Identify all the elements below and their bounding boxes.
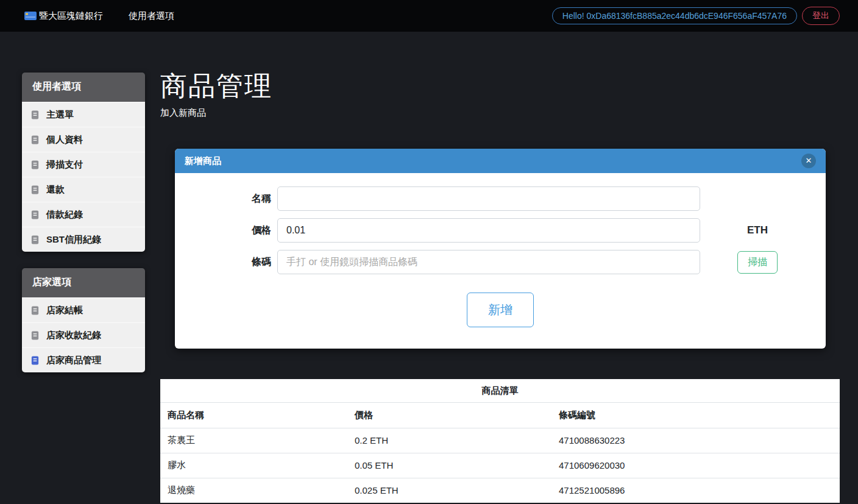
brand-link[interactable]: 暨大區塊鏈銀行 <box>24 10 103 22</box>
price-unit-label: ETH <box>747 224 768 236</box>
column-header-product-name: 商品名稱 <box>160 403 347 428</box>
cell-product-name: 茶裏王 <box>160 428 347 453</box>
ledger-icon <box>30 135 40 144</box>
table-row: 茶裏王 0.2 ETH 4710088630223 <box>160 428 840 453</box>
ledger-icon <box>30 235 40 244</box>
sidebar-item-label: 掃描支付 <box>46 159 83 171</box>
scan-button[interactable]: 掃描 <box>737 251 778 274</box>
column-header-barcode: 條碼編號 <box>551 403 840 428</box>
sidebar-item-store-product-management[interactable]: 店家商品管理 <box>22 347 145 372</box>
cell-barcode: 4710609620030 <box>551 453 840 478</box>
sidebar-item-label: 主選單 <box>46 109 74 121</box>
sidebar-item-label: 店家結帳 <box>46 305 83 316</box>
product-list-caption: 商品清單 <box>160 379 840 403</box>
name-field-row: 名稱 <box>175 186 826 211</box>
sidebar-section-store: 店家選項 店家結帳 店家收款紀錄 店家商品管理 <box>22 268 145 372</box>
add-product-card-title: 新增商品 <box>185 155 221 167</box>
name-input[interactable] <box>277 186 700 211</box>
table-row: 退燒藥 0.025 ETH 4712521005896 <box>160 478 840 503</box>
table-header-row: 商品名稱 價格 條碼編號 <box>160 403 840 428</box>
sidebar-item-label: 店家商品管理 <box>46 355 101 366</box>
logout-button[interactable]: 登出 <box>802 7 840 25</box>
top-navbar: 暨大區塊鏈銀行 使用者選項 Hello! 0xDa68136fcB885a2ec… <box>0 0 858 32</box>
nav-item-user-options[interactable]: 使用者選項 <box>129 10 174 22</box>
ledger-icon <box>30 210 40 219</box>
sidebar-item-label: 店家收款紀錄 <box>46 330 101 341</box>
cell-barcode: 4710088630223 <box>551 428 840 453</box>
ledger-icon <box>30 306 40 315</box>
cell-product-name: 退燒藥 <box>160 478 347 503</box>
barcode-label: 條碼 <box>175 256 277 269</box>
sidebar-item-store-checkout[interactable]: 店家結帳 <box>22 297 145 322</box>
add-product-card: 新增商品 ✕ 名稱 價格 ETH 條碼 掃描 新增 <box>175 149 826 349</box>
add-product-card-header: 新增商品 ✕ <box>175 149 826 173</box>
cell-product-name: 膠水 <box>160 453 347 478</box>
sidebar-section-title: 店家選項 <box>22 268 145 297</box>
ledger-icon <box>30 110 40 119</box>
sidebar: 使用者選項 主選單 個人資料 掃描支付 還款 借款紀錄 SBT信用紀錄 店家選項 <box>22 73 145 389</box>
sidebar-item-main-menu[interactable]: 主選單 <box>22 102 145 127</box>
page-title: 商品管理 <box>160 68 272 104</box>
ledger-icon <box>30 160 40 169</box>
barcode-input[interactable] <box>277 250 700 274</box>
cell-price: 0.025 ETH <box>347 478 551 503</box>
sidebar-item-label: SBT信用紀錄 <box>46 234 101 246</box>
sidebar-section-user: 使用者選項 主選單 個人資料 掃描支付 還款 借款紀錄 SBT信用紀錄 <box>22 73 145 252</box>
sidebar-item-label: 還款 <box>46 184 65 196</box>
name-label: 名稱 <box>175 193 277 205</box>
cell-price: 0.05 ETH <box>347 453 551 478</box>
sidebar-item-profile[interactable]: 個人資料 <box>22 127 145 152</box>
table-row: 膠水 0.05 ETH 4710609620030 <box>160 453 840 478</box>
barcode-field-row: 條碼 掃描 <box>175 250 826 274</box>
navbar-right: Hello! 0xDa68136fcB885a2ec44db6dcE946F65… <box>552 7 840 25</box>
ledger-icon <box>30 185 40 194</box>
sidebar-item-scan-pay[interactable]: 掃描支付 <box>22 152 145 177</box>
sidebar-section-title: 使用者選項 <box>22 73 145 102</box>
sidebar-item-loan-records[interactable]: 借款紀錄 <box>22 202 145 227</box>
cell-barcode: 4712521005896 <box>551 478 840 503</box>
product-list-card: 商品清單 商品名稱 價格 條碼編號 茶裏王 0.2 ETH 4710088630… <box>160 379 840 503</box>
add-product-form: 名稱 價格 ETH 條碼 掃描 新增 <box>175 173 826 349</box>
ledger-icon <box>30 331 40 340</box>
sidebar-item-label: 個人資料 <box>46 134 83 146</box>
price-label: 價格 <box>175 224 277 237</box>
cell-price: 0.2 ETH <box>347 428 551 453</box>
add-button[interactable]: 新增 <box>467 293 534 327</box>
sidebar-item-label: 借款紀錄 <box>46 209 83 221</box>
page-subtitle: 加入新商品 <box>160 107 206 119</box>
ledger-icon <box>30 356 40 365</box>
brand-label: 暨大區塊鏈銀行 <box>39 10 103 22</box>
price-field-row: 價格 ETH <box>175 218 826 243</box>
price-input[interactable] <box>277 218 700 243</box>
sidebar-item-store-payment-records[interactable]: 店家收款紀錄 <box>22 322 145 347</box>
sidebar-item-repay[interactable]: 還款 <box>22 177 145 202</box>
column-header-price: 價格 <box>347 403 551 428</box>
credit-card-icon <box>24 11 37 21</box>
close-icon[interactable]: ✕ <box>801 154 816 168</box>
product-table: 商品名稱 價格 條碼編號 茶裏王 0.2 ETH 4710088630223 膠… <box>160 403 840 503</box>
sidebar-item-sbt-credit[interactable]: SBT信用紀錄 <box>22 227 145 252</box>
wallet-greeting-button[interactable]: Hello! 0xDa68136fcB885a2ec44db6dcE946F65… <box>552 7 797 24</box>
